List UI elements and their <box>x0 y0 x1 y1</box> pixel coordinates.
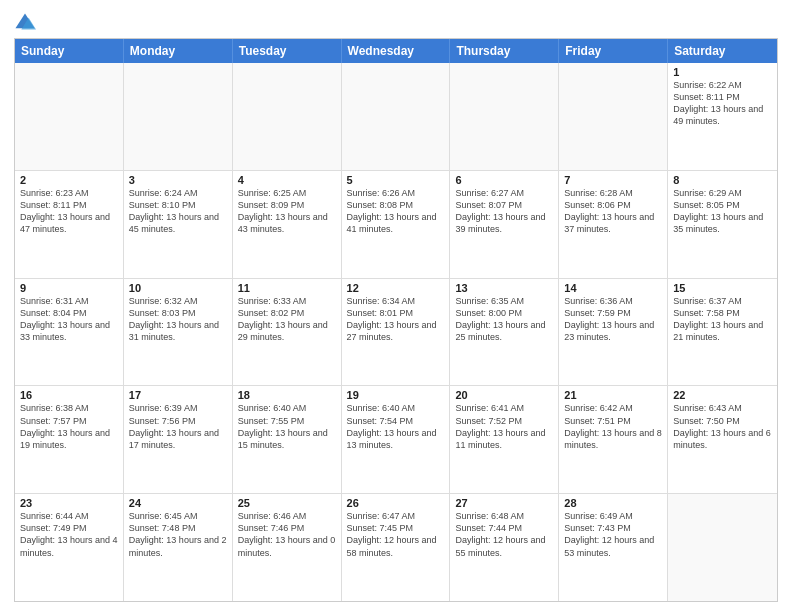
day-number: 24 <box>129 497 227 509</box>
calendar-cell: 18Sunrise: 6:40 AM Sunset: 7:55 PM Dayli… <box>233 386 342 493</box>
calendar-cell: 28Sunrise: 6:49 AM Sunset: 7:43 PM Dayli… <box>559 494 668 601</box>
day-info: Sunrise: 6:28 AM Sunset: 8:06 PM Dayligh… <box>564 187 662 236</box>
day-number: 14 <box>564 282 662 294</box>
day-number: 15 <box>673 282 772 294</box>
day-info: Sunrise: 6:43 AM Sunset: 7:50 PM Dayligh… <box>673 402 772 451</box>
day-info: Sunrise: 6:26 AM Sunset: 8:08 PM Dayligh… <box>347 187 445 236</box>
calendar-cell: 10Sunrise: 6:32 AM Sunset: 8:03 PM Dayli… <box>124 279 233 386</box>
day-number: 6 <box>455 174 553 186</box>
calendar-cell: 19Sunrise: 6:40 AM Sunset: 7:54 PM Dayli… <box>342 386 451 493</box>
weekday-header: Monday <box>124 39 233 63</box>
calendar-row: 2Sunrise: 6:23 AM Sunset: 8:11 PM Daylig… <box>15 171 777 279</box>
calendar-cell: 2Sunrise: 6:23 AM Sunset: 8:11 PM Daylig… <box>15 171 124 278</box>
calendar-cell: 5Sunrise: 6:26 AM Sunset: 8:08 PM Daylig… <box>342 171 451 278</box>
calendar-header: SundayMondayTuesdayWednesdayThursdayFrid… <box>15 39 777 63</box>
day-info: Sunrise: 6:46 AM Sunset: 7:46 PM Dayligh… <box>238 510 336 559</box>
calendar-cell: 17Sunrise: 6:39 AM Sunset: 7:56 PM Dayli… <box>124 386 233 493</box>
day-number: 18 <box>238 389 336 401</box>
calendar-cell <box>342 63 451 170</box>
day-number: 23 <box>20 497 118 509</box>
day-info: Sunrise: 6:37 AM Sunset: 7:58 PM Dayligh… <box>673 295 772 344</box>
logo-icon <box>14 12 36 34</box>
calendar-cell <box>15 63 124 170</box>
day-info: Sunrise: 6:29 AM Sunset: 8:05 PM Dayligh… <box>673 187 772 236</box>
day-number: 9 <box>20 282 118 294</box>
day-info: Sunrise: 6:24 AM Sunset: 8:10 PM Dayligh… <box>129 187 227 236</box>
day-number: 16 <box>20 389 118 401</box>
calendar-row: 23Sunrise: 6:44 AM Sunset: 7:49 PM Dayli… <box>15 494 777 601</box>
calendar-cell <box>124 63 233 170</box>
day-info: Sunrise: 6:35 AM Sunset: 8:00 PM Dayligh… <box>455 295 553 344</box>
day-number: 28 <box>564 497 662 509</box>
logo <box>14 14 38 34</box>
calendar-cell: 25Sunrise: 6:46 AM Sunset: 7:46 PM Dayli… <box>233 494 342 601</box>
day-info: Sunrise: 6:34 AM Sunset: 8:01 PM Dayligh… <box>347 295 445 344</box>
weekday-header: Sunday <box>15 39 124 63</box>
calendar-cell: 4Sunrise: 6:25 AM Sunset: 8:09 PM Daylig… <box>233 171 342 278</box>
day-number: 17 <box>129 389 227 401</box>
calendar-row: 9Sunrise: 6:31 AM Sunset: 8:04 PM Daylig… <box>15 279 777 387</box>
calendar-cell <box>233 63 342 170</box>
calendar-cell <box>668 494 777 601</box>
calendar-cell: 11Sunrise: 6:33 AM Sunset: 8:02 PM Dayli… <box>233 279 342 386</box>
calendar-cell: 20Sunrise: 6:41 AM Sunset: 7:52 PM Dayli… <box>450 386 559 493</box>
weekday-header: Wednesday <box>342 39 451 63</box>
calendar-cell <box>559 63 668 170</box>
calendar-cell: 27Sunrise: 6:48 AM Sunset: 7:44 PM Dayli… <box>450 494 559 601</box>
day-info: Sunrise: 6:22 AM Sunset: 8:11 PM Dayligh… <box>673 79 772 128</box>
calendar-cell: 3Sunrise: 6:24 AM Sunset: 8:10 PM Daylig… <box>124 171 233 278</box>
day-info: Sunrise: 6:27 AM Sunset: 8:07 PM Dayligh… <box>455 187 553 236</box>
calendar-cell: 8Sunrise: 6:29 AM Sunset: 8:05 PM Daylig… <box>668 171 777 278</box>
calendar-cell <box>450 63 559 170</box>
page: SundayMondayTuesdayWednesdayThursdayFrid… <box>0 0 792 612</box>
calendar-cell: 9Sunrise: 6:31 AM Sunset: 8:04 PM Daylig… <box>15 279 124 386</box>
weekday-header: Thursday <box>450 39 559 63</box>
calendar-cell: 14Sunrise: 6:36 AM Sunset: 7:59 PM Dayli… <box>559 279 668 386</box>
day-info: Sunrise: 6:39 AM Sunset: 7:56 PM Dayligh… <box>129 402 227 451</box>
day-number: 19 <box>347 389 445 401</box>
day-number: 12 <box>347 282 445 294</box>
calendar-cell: 26Sunrise: 6:47 AM Sunset: 7:45 PM Dayli… <box>342 494 451 601</box>
calendar-cell: 16Sunrise: 6:38 AM Sunset: 7:57 PM Dayli… <box>15 386 124 493</box>
day-number: 11 <box>238 282 336 294</box>
day-info: Sunrise: 6:40 AM Sunset: 7:55 PM Dayligh… <box>238 402 336 451</box>
day-info: Sunrise: 6:38 AM Sunset: 7:57 PM Dayligh… <box>20 402 118 451</box>
day-number: 7 <box>564 174 662 186</box>
calendar-cell: 23Sunrise: 6:44 AM Sunset: 7:49 PM Dayli… <box>15 494 124 601</box>
day-number: 8 <box>673 174 772 186</box>
day-number: 5 <box>347 174 445 186</box>
calendar-cell: 7Sunrise: 6:28 AM Sunset: 8:06 PM Daylig… <box>559 171 668 278</box>
day-number: 4 <box>238 174 336 186</box>
day-info: Sunrise: 6:41 AM Sunset: 7:52 PM Dayligh… <box>455 402 553 451</box>
calendar-cell: 1Sunrise: 6:22 AM Sunset: 8:11 PM Daylig… <box>668 63 777 170</box>
header <box>14 10 778 34</box>
day-info: Sunrise: 6:32 AM Sunset: 8:03 PM Dayligh… <box>129 295 227 344</box>
calendar-cell: 15Sunrise: 6:37 AM Sunset: 7:58 PM Dayli… <box>668 279 777 386</box>
calendar-cell: 21Sunrise: 6:42 AM Sunset: 7:51 PM Dayli… <box>559 386 668 493</box>
day-number: 2 <box>20 174 118 186</box>
day-info: Sunrise: 6:49 AM Sunset: 7:43 PM Dayligh… <box>564 510 662 559</box>
day-number: 27 <box>455 497 553 509</box>
day-number: 3 <box>129 174 227 186</box>
day-info: Sunrise: 6:47 AM Sunset: 7:45 PM Dayligh… <box>347 510 445 559</box>
day-info: Sunrise: 6:23 AM Sunset: 8:11 PM Dayligh… <box>20 187 118 236</box>
day-info: Sunrise: 6:31 AM Sunset: 8:04 PM Dayligh… <box>20 295 118 344</box>
day-number: 22 <box>673 389 772 401</box>
day-number: 25 <box>238 497 336 509</box>
day-number: 13 <box>455 282 553 294</box>
day-info: Sunrise: 6:25 AM Sunset: 8:09 PM Dayligh… <box>238 187 336 236</box>
day-info: Sunrise: 6:40 AM Sunset: 7:54 PM Dayligh… <box>347 402 445 451</box>
calendar-cell: 6Sunrise: 6:27 AM Sunset: 8:07 PM Daylig… <box>450 171 559 278</box>
day-info: Sunrise: 6:48 AM Sunset: 7:44 PM Dayligh… <box>455 510 553 559</box>
calendar-body: 1Sunrise: 6:22 AM Sunset: 8:11 PM Daylig… <box>15 63 777 601</box>
calendar-cell: 13Sunrise: 6:35 AM Sunset: 8:00 PM Dayli… <box>450 279 559 386</box>
day-number: 26 <box>347 497 445 509</box>
calendar-row: 16Sunrise: 6:38 AM Sunset: 7:57 PM Dayli… <box>15 386 777 494</box>
calendar: SundayMondayTuesdayWednesdayThursdayFrid… <box>14 38 778 602</box>
day-info: Sunrise: 6:33 AM Sunset: 8:02 PM Dayligh… <box>238 295 336 344</box>
calendar-cell: 22Sunrise: 6:43 AM Sunset: 7:50 PM Dayli… <box>668 386 777 493</box>
calendar-cell: 12Sunrise: 6:34 AM Sunset: 8:01 PM Dayli… <box>342 279 451 386</box>
day-info: Sunrise: 6:36 AM Sunset: 7:59 PM Dayligh… <box>564 295 662 344</box>
day-info: Sunrise: 6:45 AM Sunset: 7:48 PM Dayligh… <box>129 510 227 559</box>
calendar-cell: 24Sunrise: 6:45 AM Sunset: 7:48 PM Dayli… <box>124 494 233 601</box>
